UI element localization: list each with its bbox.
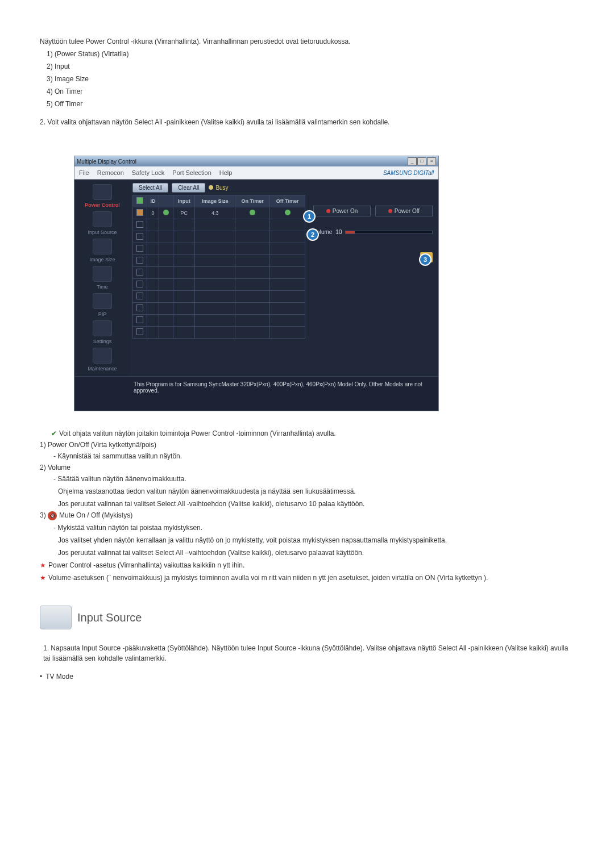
callout-3: 3 <box>419 253 432 266</box>
table-row[interactable] <box>133 231 305 243</box>
check-line: Voit ohjata valitun näytön joitakin toim… <box>59 429 336 437</box>
col-status <box>159 195 173 207</box>
col-off-timer: Off Timer <box>270 195 305 207</box>
row-checkbox[interactable] <box>136 221 143 228</box>
wrench-icon <box>93 348 112 364</box>
tv-mode-label: TV Mode <box>45 673 73 681</box>
row-checkbox[interactable] <box>136 257 143 264</box>
gear-icon <box>93 320 112 336</box>
sidebar-item-label: Maintenance <box>88 366 117 372</box>
sidebar-item-image-size[interactable]: Image Size <box>89 239 115 262</box>
power-off-button[interactable]: Power Off <box>375 206 433 216</box>
status-dot-icon <box>250 210 255 215</box>
power-icon <box>93 184 112 200</box>
right-panel: Power On Power Off Volume 10 1 2 3 <box>308 180 438 376</box>
row-checkbox[interactable] <box>136 269 143 276</box>
table-row[interactable] <box>133 219 305 231</box>
check-icon <box>51 429 59 437</box>
intro-item: 3) Image Size <box>47 74 574 84</box>
image-size-icon <box>93 239 112 254</box>
row-checkbox[interactable] <box>136 328 143 335</box>
footer-message: This Program is for Samsung SyncMaster 3… <box>74 376 438 411</box>
cell-on-timer <box>235 207 270 219</box>
power-on-button[interactable]: Power On <box>313 206 371 216</box>
note-1: Power Control -asetus (Virranhallinta) v… <box>48 561 244 569</box>
table-row[interactable] <box>133 279 305 291</box>
input-source-icon <box>40 606 72 629</box>
maximize-icon[interactable]: □ <box>417 157 426 165</box>
intro-item: 4) On Timer <box>47 86 574 97</box>
status-dot-icon <box>163 210 169 215</box>
header-checkbox[interactable] <box>136 197 143 204</box>
pip-icon <box>93 293 112 309</box>
sidebar-item-settings[interactable]: Settings <box>93 320 112 344</box>
row-checkbox[interactable] <box>136 293 143 299</box>
cell-image-size: 4:3 <box>195 207 235 219</box>
sidebar-item-power-control[interactable]: Power Control <box>85 184 120 208</box>
mute-icon: 🔇 <box>48 511 57 520</box>
menu-remocon[interactable]: Remocon <box>97 169 124 176</box>
sidebar-item-pip[interactable]: PIP <box>93 293 112 317</box>
status-dot-icon <box>285 210 291 215</box>
row-checkbox[interactable] <box>136 316 143 323</box>
select-all-button[interactable]: Select All <box>132 183 168 193</box>
table-row[interactable] <box>133 291 305 303</box>
volume-slider[interactable] <box>345 231 433 234</box>
input-icon <box>93 211 112 227</box>
table-row[interactable] <box>133 267 305 279</box>
menu-safety-lock[interactable]: Safety Lock <box>132 169 164 176</box>
sidebar-item-label: Power Control <box>85 202 120 208</box>
star-icon <box>40 574 48 582</box>
callout-2: 2 <box>306 228 319 241</box>
item-1-desc: - Käynnistää tai sammuttaa valitun näytö… <box>53 451 574 461</box>
row-checkbox[interactable] <box>136 245 143 252</box>
sidebar-item-time[interactable]: Time <box>93 266 112 290</box>
volume-fill <box>346 231 354 233</box>
menu-port-selection[interactable]: Port Selection <box>172 169 211 176</box>
busy-dot-icon <box>209 185 213 190</box>
col-image-size: Image Size <box>195 195 235 207</box>
table-row[interactable] <box>133 327 305 339</box>
table-row[interactable] <box>133 303 305 315</box>
item-2-desc-b: Ohjelma vastaanottaa tiedon valitun näyt… <box>58 486 574 496</box>
sidebar-item-label: Time <box>93 284 112 290</box>
item-3-desc-b: Jos valitset yhden näytön kerrallaan ja … <box>58 535 574 545</box>
cell-off-timer <box>270 207 305 219</box>
callout-1: 1 <box>303 210 316 223</box>
intro-step2: 2. Voit valita ohjattavan näytön Select … <box>40 117 574 127</box>
row-checkbox[interactable] <box>136 209 143 216</box>
sidebar-item-maintenance[interactable]: Maintenance <box>88 348 117 372</box>
titlebar[interactable]: Multiple Display Control _ □ × <box>74 156 438 166</box>
table-row[interactable] <box>133 315 305 327</box>
sidebar-item-label: Input Source <box>88 229 117 235</box>
item-2-desc-c: Jos peruutat valinnan tai valitset Selec… <box>58 499 574 509</box>
close-icon[interactable]: × <box>427 157 436 165</box>
intro-line: Näyttöön tulee Power Control -ikkuna (Vi… <box>40 36 574 47</box>
table-row[interactable] <box>133 255 305 267</box>
brand-logo: SAMSUNG DIGITall <box>383 170 434 176</box>
row-checkbox[interactable] <box>136 304 143 311</box>
table-row[interactable]: 0 PC 4:3 <box>133 207 305 219</box>
cell-id: 0 <box>147 207 159 219</box>
table-row[interactable] <box>133 243 305 255</box>
clear-all-button[interactable]: Clear All <box>172 183 205 193</box>
note-2: Volume-asetuksen (¨ nenvoimakkuus) ja my… <box>48 574 488 582</box>
menubar: File Remocon Safety Lock Port Selection … <box>74 166 438 180</box>
bullet-icon <box>40 673 45 681</box>
row-checkbox[interactable] <box>136 233 143 240</box>
item-1-heading: 1) Power On/Off (Virta kytkettynä/pois) <box>40 441 574 449</box>
menu-help[interactable]: Help <box>219 169 233 176</box>
power-dot-icon <box>326 209 330 213</box>
sidebar-item-label: Settings <box>93 339 112 344</box>
item-2-desc-a: - Säätää valitun näytön äänenvoimakkuutt… <box>53 474 574 484</box>
intro-item: 2) Input <box>47 61 574 72</box>
sidebar-item-input-source[interactable]: Input Source <box>88 211 117 235</box>
power-dot-icon <box>388 209 392 213</box>
item-2-heading: 2) Volume <box>40 464 574 471</box>
window-title: Multiple Display Control <box>77 158 136 165</box>
row-checkbox[interactable] <box>136 281 143 287</box>
menu-file[interactable]: File <box>79 169 89 176</box>
minimize-icon[interactable]: _ <box>408 157 417 165</box>
grid-header-row: ID Input Image Size On Timer Off Timer <box>133 195 305 207</box>
col-input: Input <box>173 195 195 207</box>
